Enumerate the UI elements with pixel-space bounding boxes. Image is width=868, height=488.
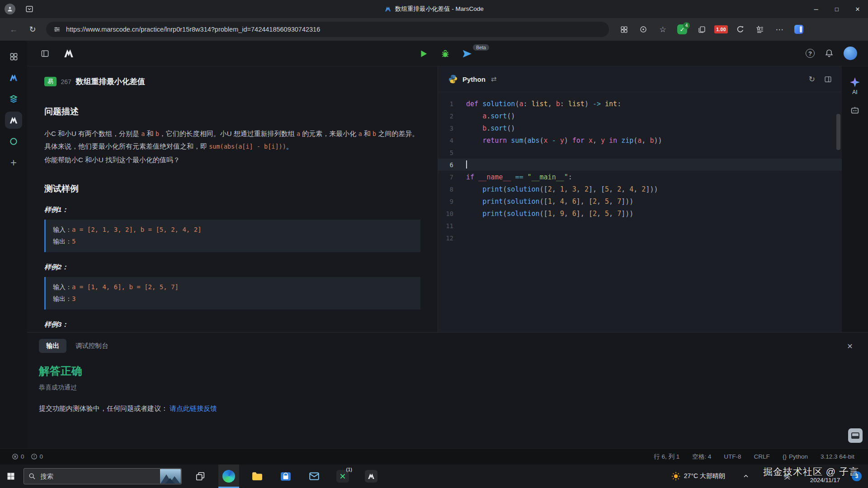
warning-icon — [31, 453, 38, 460]
app-notification-badge: (1) — [346, 467, 352, 472]
sample1-input: 输入：a = [2, 1, 3, 2], b = [5, 2, 4, 2] — [53, 224, 413, 236]
password-check-extension-icon[interactable]: ✓ 4 — [675, 22, 690, 37]
favorite-star-icon[interactable]: ☆ — [655, 22, 670, 37]
language-mode[interactable]: {} Python — [783, 453, 808, 460]
search-highlight-thumbnail[interactable] — [160, 469, 181, 483]
code-line[interactable]: 9 print(solution([1, 4, 6], [2, 5, 7])) — [438, 195, 842, 207]
content-row: 易 267 数组重排最小化差值 问题描述 小C 和小U 有两个数组，分别是 a … — [27, 66, 868, 332]
editor-lines: 1def solution(a: list, b: list) -> int:2… — [438, 98, 842, 244]
feedback-prefix: 提交功能内测体验中，任何问题或者建议： — [39, 404, 168, 412]
editor-scrollbar[interactable] — [836, 114, 840, 150]
assistant-plugin-icon[interactable] — [850, 105, 860, 115]
search-icon — [28, 473, 36, 480]
code-line[interactable]: 5 — [438, 146, 842, 159]
mountain-thumb-glyph — [160, 469, 181, 483]
verdict-text: 解答正确 — [39, 364, 856, 378]
code-text: return sum(abs(x - y) for x, y in zip(a,… — [466, 136, 662, 145]
marscode-logo[interactable] — [63, 47, 75, 59]
close-output-icon[interactable]: ✕ — [844, 340, 856, 352]
store-icon — [280, 470, 292, 482]
problem-question: 你能帮助小C 和小U 找到这个最小化的值吗？ — [44, 154, 420, 166]
eol-setting[interactable]: CRLF — [754, 453, 770, 460]
maximize-button[interactable]: □ — [826, 0, 847, 18]
code-line[interactable]: 10 print(solution([1, 9, 6], [2, 5, 7])) — [438, 207, 842, 220]
site-info-icon[interactable] — [53, 26, 61, 33]
cursor-position[interactable]: 行 6, 列 1 — [654, 453, 679, 461]
address-bar[interactable]: https://www.marscode.cn/practice/lnrp0r1… — [46, 22, 609, 37]
reading-mode-icon[interactable] — [636, 22, 651, 37]
encoding[interactable]: UTF-8 — [724, 453, 741, 460]
folder-icon — [251, 470, 263, 482]
url-text[interactable]: https://www.marscode.cn/practice/lnrp0r1… — [66, 26, 320, 33]
problem-panel: 易 267 数组重排最小化差值 问题描述 小C 和小U 有两个数组，分别是 a … — [27, 66, 438, 332]
error-icon — [12, 453, 19, 460]
code-line[interactable]: 7if __name__ == "__main__": — [438, 171, 842, 183]
close-button[interactable]: ✕ — [847, 0, 868, 18]
collapse-panel-icon[interactable] — [41, 49, 49, 58]
rail-ring-icon[interactable] — [5, 133, 22, 150]
code-line[interactable]: 6 — [438, 159, 842, 171]
code-line[interactable]: 11 — [438, 220, 842, 232]
store-button[interactable] — [275, 465, 296, 488]
notification-app-button[interactable]: (1) — [332, 465, 353, 488]
panel-toggle-glyph — [851, 432, 859, 439]
shopping-extension-icon[interactable]: 1.00 — [713, 22, 729, 37]
code-line[interactable]: 12 — [438, 232, 842, 244]
submit-button[interactable]: Beta — [460, 47, 474, 61]
workspaces-icon[interactable] — [616, 22, 632, 37]
tab-output[interactable]: 输出 — [39, 339, 66, 353]
line-number: 12 — [438, 235, 466, 242]
feedback-link[interactable]: 请点此链接反馈 — [170, 404, 217, 412]
back-button[interactable]: ← — [5, 21, 22, 38]
refresh-button[interactable]: ↻ — [24, 21, 41, 38]
rail-add-icon[interactable]: + — [5, 154, 22, 171]
language-switch-icon[interactable]: ⇄ — [491, 75, 497, 83]
favorites-bar-icon[interactable] — [752, 22, 768, 37]
run-button[interactable] — [417, 47, 430, 61]
indent-setting[interactable]: 空格: 4 — [692, 453, 711, 461]
ring-glyph-2 — [9, 137, 18, 146]
panel-layout-icon[interactable] — [824, 75, 832, 83]
rail-courses-icon[interactable] — [5, 90, 22, 108]
code-line[interactable]: 1def solution(a: list, b: list) -> int: — [438, 98, 842, 110]
python-runtime[interactable]: 3.12.3 64-bit — [821, 453, 854, 460]
code-line[interactable]: 2 a.sort() — [438, 110, 842, 122]
more-options-icon[interactable]: ⋯ — [772, 22, 787, 37]
warnings-status[interactable]: 0 — [31, 453, 43, 460]
task-view-button[interactable] — [190, 465, 211, 488]
copilot-sidebar-icon[interactable] — [791, 22, 807, 37]
user-avatar[interactable] — [844, 47, 857, 60]
left-rail: + — [0, 41, 27, 448]
browser-profile-avatar[interactable] — [5, 4, 15, 14]
rail-apps-icon[interactable] — [5, 48, 22, 65]
code-line[interactable]: 4 return sum(abs(x - y) for x, y in zip(… — [438, 134, 842, 146]
mail-button[interactable] — [304, 465, 325, 488]
rail-practice-icon[interactable] — [5, 112, 22, 129]
tray-expand-icon[interactable] — [740, 473, 752, 479]
code-line[interactable]: 8 print(solution([2, 1, 3, 2], [5, 2, 4,… — [438, 183, 842, 195]
debug-button[interactable] — [439, 47, 452, 61]
weather-widget[interactable]: 27°C 大部晴朗 — [667, 472, 730, 481]
ai-assistant-icon[interactable]: AI — [849, 76, 861, 95]
errors-status[interactable]: 0 — [12, 453, 24, 460]
tab-debug-console[interactable]: 调试控制台 — [74, 339, 110, 353]
edge-browser-button[interactable] — [218, 465, 239, 488]
rail-marscode-icon[interactable] — [5, 69, 22, 86]
marscode-color-glyph — [9, 73, 19, 83]
sample2-input: 输入：a = [1, 4, 6], b = [2, 5, 7] — [53, 282, 413, 293]
code-line[interactable]: 3 b.sort() — [438, 122, 842, 134]
taskbar-search[interactable]: 搜索 — [24, 468, 182, 484]
reset-code-icon[interactable]: ↻ — [809, 75, 815, 84]
help-icon[interactable]: ? — [806, 49, 815, 58]
collections-icon[interactable] — [694, 22, 709, 37]
bottom-panel-toggle[interactable] — [848, 428, 863, 443]
line-number: 6 — [438, 161, 466, 169]
extension-icon[interactable] — [733, 22, 748, 37]
code-area[interactable]: 1def solution(a: list, b: list) -> int:2… — [438, 92, 842, 332]
minimize-button[interactable]: ─ — [806, 0, 826, 18]
marscode-app-button[interactable] — [361, 465, 382, 488]
start-button[interactable] — [0, 465, 22, 488]
tab-search-icon[interactable] — [25, 5, 33, 13]
notifications-icon[interactable] — [825, 49, 834, 58]
file-explorer-button[interactable] — [247, 465, 268, 488]
